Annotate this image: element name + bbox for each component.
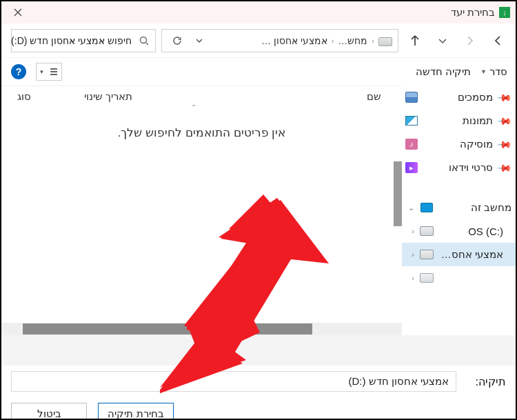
sidebar-item-new-volume-d[interactable]: אמצעי אחסון ח ‹ xyxy=(402,243,516,266)
breadcrumb-current[interactable]: אמצעי אחסון … xyxy=(258,35,330,46)
sort-indicator-icon: ⌃ xyxy=(191,103,196,111)
col-header-name[interactable]: שם xyxy=(174,90,402,103)
title-bar: ↓ בחירת יעד xyxy=(1,1,516,23)
help-button[interactable]: ? xyxy=(11,64,26,79)
sidebar-item-os-c[interactable]: OS (C:) ‹ xyxy=(402,219,516,243)
cancel-label: ביטול xyxy=(37,408,61,420)
sidebar-item-label: סרטי וידאו xyxy=(424,161,493,174)
sidebar-item-this-pc[interactable]: מחשב זה ⌄ xyxy=(402,196,516,219)
file-list: שם תאריך שינוי סוג ⌃ אין פריטים התואמים … xyxy=(1,86,402,335)
videos-icon xyxy=(405,162,418,173)
help-label: ? xyxy=(16,66,22,77)
window-title-wrap: ↓ בחירת יעד xyxy=(451,6,510,19)
column-headers[interactable]: שם תאריך שינוי סוג xyxy=(1,86,402,106)
up-button[interactable] xyxy=(404,30,426,52)
pin-icon: 📌 xyxy=(496,159,512,175)
app-icon: ↓ xyxy=(499,7,510,18)
drive-icon xyxy=(420,273,434,283)
sidebar-item-documents[interactable]: 📌 מסמכים xyxy=(402,86,516,109)
breadcrumb-root[interactable]: מחש… xyxy=(335,35,370,46)
chevron-down-icon: ▼ xyxy=(39,69,45,75)
documents-icon xyxy=(405,92,418,103)
pin-icon: 📌 xyxy=(496,112,512,128)
organize-label: סדר xyxy=(489,66,507,78)
forward-button[interactable] xyxy=(459,30,481,52)
sidebar-item-label: מסמכים xyxy=(424,91,493,103)
drive-icon xyxy=(420,250,434,259)
empty-message: אין פריטים התואמים לחיפוש שלך. xyxy=(1,126,402,140)
search-icon xyxy=(139,34,150,47)
breadcrumb[interactable]: ‹ מחש… ‹ אמצעי אחסון … xyxy=(213,35,374,46)
window-title: בחירת יעד xyxy=(451,6,495,19)
footer-gap xyxy=(1,335,516,366)
sidebar-item-more[interactable]: ‹ xyxy=(402,266,516,290)
h-scroll-thumb[interactable] xyxy=(23,323,312,334)
drive-icon xyxy=(378,35,392,46)
search-box[interactable] xyxy=(11,29,156,52)
address-bar[interactable]: ‹ מחש… ‹ אמצעי אחסון … xyxy=(161,29,398,52)
sidebar-item-music[interactable]: 📌 מוסיקה xyxy=(402,132,516,156)
sidebar-item-label: מוסיקה xyxy=(424,138,493,150)
recent-dropdown[interactable] xyxy=(432,30,454,52)
col-header-date[interactable]: תאריך שינוי xyxy=(43,90,174,103)
address-dropdown[interactable] xyxy=(190,31,209,50)
list-view-icon xyxy=(49,67,59,77)
chevron-icon: ‹ xyxy=(372,37,374,45)
refresh-button[interactable] xyxy=(168,31,187,50)
pin-icon: 📌 xyxy=(496,136,512,152)
navigation-bar: ‹ מחש… ‹ אמצעי אחסון … xyxy=(1,23,516,58)
button-row: בחירת תיקיה ביטול xyxy=(11,403,506,420)
sidebar-item-pictures[interactable]: 📌 תמונות xyxy=(402,109,516,132)
footer: תיקיה: (D:) אמצעי אחסון חדש בחירת תיקיה … xyxy=(1,366,516,420)
chevron-down-icon: ▼ xyxy=(480,68,487,75)
h-scroll-track[interactable] xyxy=(1,323,402,335)
folder-field[interactable]: (D:) אמצעי אחסון חדש xyxy=(11,371,456,392)
pin-icon: 📌 xyxy=(496,89,512,105)
view-toggle[interactable]: ▼ xyxy=(36,63,62,81)
pc-icon xyxy=(420,203,433,212)
sidebar-item-label: תמונות xyxy=(424,114,493,127)
sidebar-item-label: מחשב זה xyxy=(439,201,511,214)
sidebar-item-label: אמצעי אחסון ח xyxy=(439,248,503,261)
chevron-left-icon[interactable]: ‹ xyxy=(405,250,414,259)
chevron-down-icon[interactable]: ⌄ xyxy=(405,203,414,212)
new-folder-button[interactable]: תיקיה חדשה xyxy=(416,66,471,78)
chevron-icon: ‹ xyxy=(332,37,334,45)
svg-point-0 xyxy=(141,37,147,43)
close-button[interactable] xyxy=(7,1,29,23)
chevron-left-icon[interactable]: ‹ xyxy=(405,227,414,235)
music-icon xyxy=(405,139,418,150)
folder-row: תיקיה: (D:) אמצעי אחסון חדש xyxy=(11,371,506,392)
organize-menu[interactable]: סדר ▼ xyxy=(480,66,507,78)
sidebar-item-videos[interactable]: 📌 סרטי וידאו xyxy=(402,156,516,179)
drive-icon xyxy=(420,226,434,236)
cancel-button[interactable]: ביטול xyxy=(11,403,87,420)
search-input[interactable] xyxy=(10,34,133,47)
chevron-left-icon[interactable]: ‹ xyxy=(405,274,414,282)
sidebar-item-label: OS (C:) xyxy=(439,226,503,237)
back-button[interactable] xyxy=(487,30,509,52)
pictures-icon xyxy=(405,116,418,126)
command-bar: סדר ▼ תיקיה חדשה ▼ ? xyxy=(1,58,516,86)
sidebar: 📌 מסמכים 📌 תמונות 📌 מוסיקה 📌 סרטי וידאו … xyxy=(402,86,516,335)
select-folder-label: בחירת תיקיה xyxy=(108,408,163,420)
new-folder-label: תיקיה חדשה xyxy=(416,66,471,78)
folder-value: (D:) אמצעי אחסון חדש xyxy=(348,375,449,388)
main-area: 📌 מסמכים 📌 תמונות 📌 מוסיקה 📌 סרטי וידאו … xyxy=(1,86,516,335)
select-folder-button[interactable]: בחירת תיקיה xyxy=(98,403,174,420)
folder-label: תיקיה: xyxy=(465,375,506,388)
col-header-type[interactable]: סוג xyxy=(1,90,43,103)
